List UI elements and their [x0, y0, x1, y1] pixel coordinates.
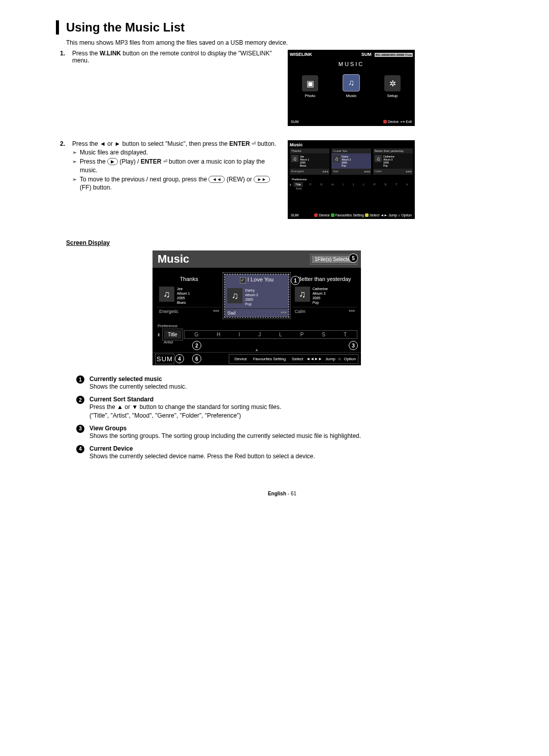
alpha-letter[interactable]: F	[310, 183, 312, 186]
step-number: 1.	[56, 50, 65, 126]
setup-icon[interactable]: ✲	[384, 75, 401, 91]
sort-title-chip[interactable]: Title	[164, 330, 181, 339]
page-number: English - 61	[56, 491, 508, 496]
up-caret-icon: ▲	[152, 348, 361, 352]
music-icon[interactable]: ♫	[343, 74, 360, 91]
music-card[interactable]: ✓ I Love You ♫ DarbyAlbum 22005Pop Sad★ …	[224, 274, 289, 318]
bullet-arrow-icon: ➣	[72, 148, 77, 156]
alpha-letter[interactable]: G	[320, 183, 323, 186]
music-card[interactable]: Thanks ♫ JeeAlbum 12005Blues Energetic★ …	[290, 148, 329, 175]
alpha-letter[interactable]: G	[195, 332, 199, 337]
sum-label: SUM	[361, 52, 372, 57]
wiselink-screenshot: WISELINK SUM851.98MB/995.00MB Free MUSIC…	[288, 50, 415, 126]
step-number: 2.	[56, 140, 65, 219]
card-title: I Love You	[331, 148, 371, 153]
red-dot-icon	[383, 120, 387, 123]
music-card[interactable]: Thanks ♫ JeeAlbum 12005Blues Energetic★ …	[157, 274, 221, 318]
footnote-desc-2: Press the ▲ or ▼ button to change the st…	[89, 403, 281, 419]
note-icon: ♫	[159, 287, 174, 302]
alpha-letter[interactable]: T	[344, 332, 347, 337]
photo-label: Photo	[302, 93, 318, 98]
alpha-letter[interactable]: L	[363, 183, 364, 186]
exit-hint: Exit	[406, 120, 412, 123]
card-meta: JeeAlbum 12005Blues	[177, 287, 190, 305]
sum-footer: SUM	[291, 213, 299, 217]
option-hint: Option	[344, 357, 356, 361]
enter-label: ENTER	[141, 158, 162, 165]
alpha-letter[interactable]: S	[322, 332, 325, 337]
music-big-label: MUSIC	[290, 61, 413, 67]
red-dot-icon	[314, 213, 318, 217]
note-icon: ♫	[291, 155, 298, 162]
t: (Play) /	[118, 158, 141, 165]
ff-icon: ►►	[254, 176, 270, 183]
preference-label: Preference	[152, 321, 361, 328]
device-hint: Device	[319, 213, 329, 217]
alpha-letter[interactable]: T	[395, 183, 398, 186]
music-card[interactable]: Better than yesterday ♫ CatherineAlbum 3…	[373, 148, 413, 175]
footnote-title-2: Current Sort Standard	[89, 396, 154, 403]
alpha-letter[interactable]: I	[238, 332, 240, 337]
footnote-num-3: 3	[76, 425, 84, 433]
t: Press the	[80, 158, 107, 165]
alpha-letter[interactable]: S	[384, 183, 386, 186]
card-title: Better than yesterday	[373, 148, 413, 153]
select-hint: Select	[292, 357, 303, 361]
step2-b3: To move to the previous / next group, pr…	[80, 175, 281, 192]
option-icon: ⌂	[339, 357, 341, 361]
card-mood: Sad★ ★ ★	[331, 169, 371, 175]
t: To move to the previous / next group, pr…	[80, 176, 208, 183]
note-icon: ♫	[227, 288, 242, 303]
alpha-letter[interactable]: J	[258, 332, 261, 337]
page-num: 61	[291, 491, 296, 496]
footnote-title-3: View Groups	[89, 425, 127, 432]
alpha-letter[interactable]: J	[352, 183, 354, 186]
footnote-desc-3: Shows the sorting groups. The sorting gr…	[89, 432, 361, 439]
enter-icon: ⏎	[252, 141, 256, 146]
green-dot-icon	[331, 213, 334, 217]
alpha-letter[interactable]: V	[406, 183, 408, 186]
step2-text-a: Press the ◄ or ► button to select "Music…	[72, 140, 229, 147]
intro-text: This menu shows MP3 files from among the…	[66, 39, 508, 47]
footnote-title-4: Current Device	[89, 445, 133, 452]
memory-label: 851.98MB/995.00MB Free	[375, 53, 413, 57]
alpha-letter[interactable]: P	[300, 332, 304, 337]
preference-label: Preference	[290, 178, 413, 181]
sum-footer: SUM	[157, 355, 173, 363]
play-icon: ▶	[107, 158, 118, 165]
wiselink-title: WISELINK	[290, 52, 312, 57]
music-card[interactable]: I Love You ♫ DarbyAlbum 22005Pop Sad★ ★ …	[331, 148, 371, 175]
card-mood: Sad★ ★ ★	[225, 308, 288, 317]
alpha-letter[interactable]: P	[374, 183, 376, 186]
note-icon: ♫	[333, 155, 340, 162]
card-mood: Energetic★ ★ ★	[157, 307, 221, 316]
sort-artist-label: Artist	[290, 187, 413, 190]
photo-icon[interactable]: ▣	[302, 75, 318, 91]
card-mood: Calm★ ★ ★	[292, 307, 357, 316]
alpha-index[interactable]: GHIJLPST	[186, 332, 356, 337]
option-hint: Option	[401, 213, 412, 217]
alpha-index[interactable]: FGHIJLPSTV	[305, 183, 413, 186]
sort-title-chip[interactable]: Title	[293, 182, 303, 187]
big-music-title: Music	[158, 253, 189, 266]
step2-b1: Music files are displayed.	[80, 148, 148, 156]
music-label: Music	[343, 93, 360, 98]
alpha-letter[interactable]: L	[279, 332, 282, 337]
alpha-letter[interactable]: H	[331, 183, 333, 186]
card-mood: Energetic★ ★ ★	[290, 169, 329, 175]
music-hdr: Music	[290, 142, 303, 147]
music-card[interactable]: Better than yesterday ♫ CatherineAlbum 3…	[292, 274, 357, 318]
alpha-letter[interactable]: I	[343, 183, 344, 186]
step1-text-a: Press the	[72, 50, 100, 57]
note-icon: ♫	[295, 287, 310, 302]
yellow-dot-icon	[365, 213, 369, 217]
device-hint: Device	[234, 357, 247, 361]
fav-hint: Favourites Setting	[336, 213, 364, 217]
card-title: Thanks	[290, 148, 329, 153]
enter-icon: ⏎	[163, 158, 167, 165]
step2-b2: Press the ▶ (Play) / ENTER ⏎ button over…	[80, 158, 281, 174]
t: (FF) button.	[80, 184, 112, 191]
check-icon: ✓	[240, 277, 246, 284]
jump-hint: Jump	[325, 357, 336, 361]
alpha-letter[interactable]: H	[217, 332, 220, 337]
